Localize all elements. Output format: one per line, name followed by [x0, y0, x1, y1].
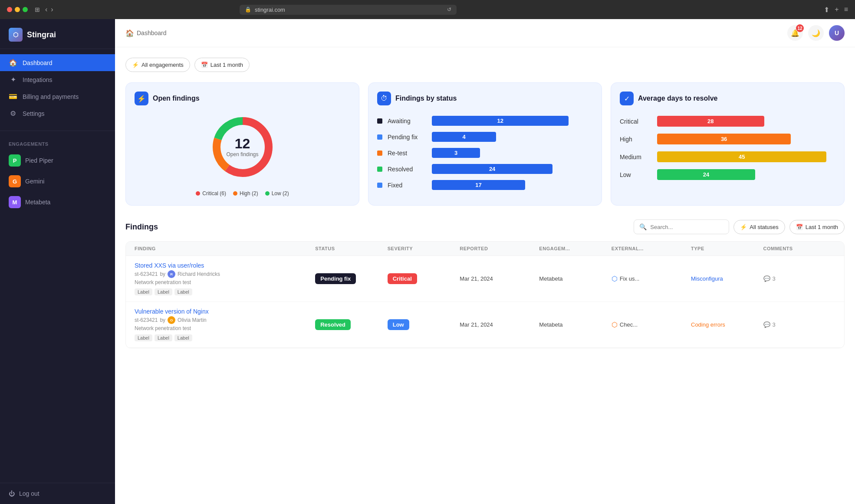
type-cell-2: Coding errors — [691, 321, 763, 328]
status-row-fixed: Fixed 17 — [377, 180, 593, 190]
severity-badge-2: Low — [388, 319, 409, 330]
theme-toggle-button[interactable]: 🌙 — [808, 25, 824, 41]
sidebar-item-billing[interactable]: 💳 Billing and payments — [0, 88, 115, 105]
status-bar-pending: 4 — [432, 132, 496, 142]
address-bar[interactable]: 🔒 stingrai.com ↺ — [240, 5, 457, 15]
logo-icon: ⬡ — [9, 28, 23, 42]
forward-button[interactable]: › — [51, 6, 53, 13]
col-severity: SEVERITY — [388, 246, 460, 251]
avg-row-medium: Medium 45 — [620, 151, 835, 162]
status-dot-retest — [377, 151, 382, 156]
avg-bar-critical: 28 — [657, 116, 764, 127]
label-tag: Label — [155, 288, 172, 295]
status-bar-retest: 3 — [432, 148, 480, 158]
sidebar-nav: 🏠 Dashboard ✦ Integations 💳 Billing and … — [0, 49, 115, 127]
notification-button[interactable]: 🔔 12 — [787, 25, 803, 41]
search-input[interactable] — [650, 224, 723, 230]
status-badge-1: Pending fix — [315, 273, 356, 284]
external-text-1: Fix us... — [620, 275, 640, 282]
findings-header: Findings 🔍 ⚡ All statuses 📅 Last 1 mo — [125, 219, 845, 234]
nav-label-integrations: Integations — [23, 76, 53, 83]
calendar-icon: 📅 — [201, 62, 208, 68]
comment-count-2: 3 — [773, 321, 776, 328]
severity-badge-1: Critical — [388, 273, 417, 284]
back-button[interactable]: ‹ — [45, 6, 47, 13]
top-bar: 🏠 Dashboard 🔔 12 🌙 U — [115, 19, 855, 47]
finding-labels-1: Label Label Label — [135, 288, 315, 295]
search-box[interactable]: 🔍 — [634, 219, 729, 234]
menu-icon[interactable]: ≡ — [844, 6, 848, 14]
browser-actions: ⬆ + ≡ — [824, 6, 848, 14]
status-dot-awaiting — [377, 118, 382, 124]
engagement-item-gemini[interactable]: G Gemini — [0, 171, 115, 192]
findings-status-icon: ⏱ — [377, 92, 391, 105]
finding-title-2[interactable]: Vulnerable version of Nginx — [135, 308, 315, 315]
avatar-1: R — [168, 270, 175, 278]
engagement-item-metabeta[interactable]: M Metabeta — [0, 192, 115, 213]
findings-controls: 🔍 ⚡ All statuses 📅 Last 1 month — [634, 219, 845, 234]
logout-button[interactable]: ⏻ Log out — [9, 490, 106, 497]
legend-label-low: Low (2) — [272, 190, 289, 196]
engagement-label-pied-piper: Pied Piper — [25, 157, 53, 164]
status-cell-2: Resolved — [315, 319, 387, 330]
open-findings-icon: ⚡ — [135, 92, 148, 105]
sidebar-item-settings[interactable]: ⚙ Settings — [0, 105, 115, 122]
avg-days-header: ✓ Average days to resolve — [620, 92, 835, 105]
finding-cell-1: Stored XXS via user/roles st-623421 by R… — [135, 262, 315, 295]
filter-row: ⚡ All engagements 📅 Last 1 month — [125, 58, 845, 72]
last-month-filter[interactable]: 📅 Last 1 month — [194, 58, 250, 72]
sidebar-logo: ⬡ Stingrai — [0, 19, 115, 49]
status-name-fixed: Fixed — [388, 182, 427, 189]
col-engagement: ENGAGEM... — [539, 246, 612, 251]
all-statuses-filter[interactable]: ⚡ All statuses — [733, 220, 785, 234]
type-cell-1: Misconfigura — [691, 275, 763, 282]
col-reported: REPORTED — [460, 246, 539, 251]
finding-meta-1: st-623421 by R Richard Hendricks — [135, 270, 315, 278]
legend-dot-low — [265, 191, 270, 196]
integrations-icon: ✦ — [9, 75, 17, 84]
avg-bar-medium-wrapper: 45 — [657, 151, 835, 162]
finding-desc-1: Network penetration test — [135, 279, 315, 285]
minimize-button[interactable] — [15, 7, 20, 12]
all-engagements-label: All engagements — [141, 62, 184, 68]
breadcrumb: 🏠 Dashboard — [125, 29, 167, 37]
sidebar-item-integrations[interactable]: ✦ Integations — [0, 71, 115, 88]
user-avatar[interactable]: U — [829, 25, 845, 41]
finding-labels-2: Label Label Label — [135, 334, 315, 341]
avg-days-title: Average days to resolve — [638, 95, 718, 102]
refresh-icon[interactable]: ↺ — [447, 7, 451, 13]
finding-title-1[interactable]: Stored XXS via user/roles — [135, 262, 315, 269]
findings-by-status-card: ⏱ Findings by status Awaiting 12 — [368, 82, 602, 206]
avg-row-low: Low 24 — [620, 169, 835, 180]
status-badge-2: Resolved — [315, 319, 351, 330]
status-bar-fixed: 17 — [432, 180, 525, 190]
engagement-avatar-pied-piper: P — [9, 154, 21, 167]
donut-label: Open findings — [226, 151, 258, 157]
findings-last-month-filter[interactable]: 📅 Last 1 month — [789, 220, 845, 234]
sidebar-item-dashboard[interactable]: 🏠 Dashboard — [0, 54, 115, 71]
external-cell-2: ⬡ Chec... — [612, 321, 691, 329]
all-engagements-filter[interactable]: ⚡ All engagements — [125, 58, 190, 72]
engagement-item-pied-piper[interactable]: P Pied Piper — [0, 150, 115, 171]
avg-days-list: Critical 28 High 36 Medium — [620, 112, 835, 183]
legend-high: High (2) — [233, 190, 258, 196]
status-cell-1: Pending fix — [315, 273, 387, 284]
finding-desc-2: Network penetration test — [135, 325, 315, 331]
tabs-icon[interactable]: ⊞ — [35, 6, 40, 13]
new-tab-icon[interactable]: + — [835, 6, 839, 14]
engagement-avatar-gemini: G — [9, 175, 21, 187]
open-findings-card: ⚡ Open findings — [125, 82, 359, 206]
avg-label-high: High — [620, 136, 650, 143]
engagements-section: ENGAGEMENTS P Pied Piper G Gemini M Meta… — [0, 134, 115, 216]
home-icon: 🏠 — [9, 59, 17, 67]
maximize-button[interactable] — [23, 7, 28, 12]
status-bar-awaiting-container: 12 — [432, 116, 593, 126]
content-area: ⚡ All engagements 📅 Last 1 month ⚡ Open … — [115, 47, 855, 504]
external-text-2: Chec... — [620, 321, 638, 328]
status-row-pending: Pending fix 4 — [377, 132, 593, 142]
status-bar-resolved: 24 — [432, 164, 552, 174]
share-icon[interactable]: ⬆ — [824, 6, 829, 14]
label-tag: Label — [174, 334, 192, 341]
close-button[interactable] — [7, 7, 12, 12]
findings-title: Findings — [125, 223, 158, 232]
